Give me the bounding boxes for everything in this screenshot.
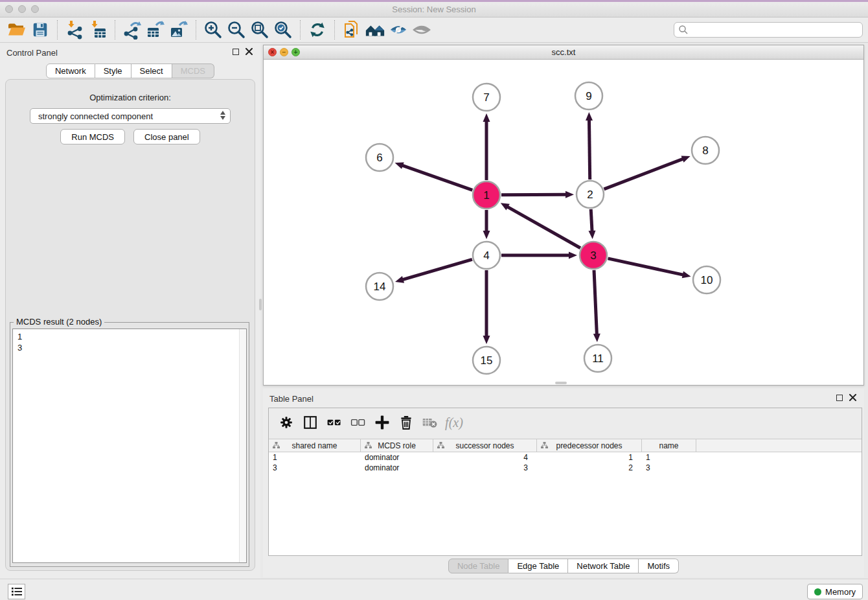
graph-node-2[interactable]: 2: [577, 181, 604, 208]
split-view-icon[interactable]: [301, 413, 320, 432]
export-network-icon[interactable]: [120, 19, 144, 41]
graph-edge-2-8[interactable]: [604, 156, 690, 189]
graph-edge-4-15[interactable]: [483, 270, 490, 344]
close-panel-button[interactable]: Close panel: [133, 129, 200, 144]
float-panel-icon[interactable]: [233, 49, 239, 55]
tree-icon: [541, 442, 548, 449]
tab-motifs[interactable]: Motifs: [639, 559, 679, 573]
zoom-selected-icon[interactable]: [271, 19, 295, 41]
refresh-icon[interactable]: [306, 19, 329, 41]
graph-edge-1-2[interactable]: [501, 191, 574, 198]
clear-all-checkboxes-icon[interactable]: [348, 413, 368, 432]
import-table-icon[interactable]: [86, 19, 109, 41]
table-row[interactable]: 3dominator323: [269, 463, 862, 473]
eye-slash-icon[interactable]: [387, 19, 410, 41]
graph-node-label: 4: [483, 249, 489, 262]
column-header-successor-nodes[interactable]: successor nodes: [433, 439, 537, 452]
graph-node-3[interactable]: 3: [580, 242, 607, 269]
graph-node-label: 6: [376, 152, 382, 164]
criterion-select[interactable]: strongly connected component: [30, 108, 231, 124]
graph-node-15[interactable]: 15: [473, 347, 500, 374]
table-header-row: shared nameMCDS rolesuccessor nodesprede…: [269, 439, 862, 452]
graph-node-label: 2: [587, 189, 593, 201]
memory-button[interactable]: Memory: [807, 584, 863, 599]
graph-node-label: 8: [702, 144, 708, 157]
table-tabs: Node TableEdge TableNetwork TableMotifs: [448, 559, 679, 573]
graph-node-7[interactable]: 7: [473, 84, 500, 111]
graph-edge-3-1[interactable]: [501, 203, 580, 248]
table-cell[interactable]: 2: [537, 463, 642, 473]
column-header-name[interactable]: name: [642, 439, 696, 452]
search-input[interactable]: [674, 22, 863, 38]
run-mcds-button[interactable]: Run MCDS: [60, 129, 125, 144]
graph-node-9[interactable]: 9: [575, 82, 602, 110]
export-table-icon[interactable]: [144, 19, 167, 41]
mcds-result-text: 1 3: [17, 331, 22, 353]
tab-style[interactable]: Style: [95, 63, 131, 78]
network-canvas[interactable]: 7968124314101511: [264, 60, 863, 385]
table-row[interactable]: 1dominator411: [269, 452, 862, 463]
import-network-icon[interactable]: [63, 19, 86, 41]
graph-node-11[interactable]: 11: [584, 345, 611, 372]
column-header-predecessor-nodes[interactable]: predecessor nodes: [537, 439, 642, 452]
function-builder-icon: f(x): [444, 413, 464, 432]
export-image-icon[interactable]: [167, 19, 190, 41]
graph-edge-4-14[interactable]: [395, 259, 472, 283]
graph-edge-2-9[interactable]: [586, 112, 593, 179]
tab-network[interactable]: Network: [46, 63, 95, 78]
tab-select[interactable]: Select: [131, 63, 172, 78]
table-cell[interactable]: dominator: [361, 452, 433, 463]
network-window-titlebar[interactable]: × − + scc.txt: [264, 45, 863, 60]
mcds-result-box[interactable]: 1 3: [12, 329, 247, 563]
select-all-checkboxes-icon[interactable]: [325, 413, 344, 432]
tab-edge-table[interactable]: Edge Table: [508, 559, 568, 573]
save-icon[interactable]: [29, 19, 52, 41]
tab-network-table[interactable]: Network Table: [568, 559, 639, 573]
graph-edge-1-7[interactable]: [483, 113, 490, 180]
result-scrollbar[interactable]: [239, 329, 246, 562]
table-cell[interactable]: 4: [433, 452, 537, 463]
graph-edge-1-6[interactable]: [395, 162, 473, 190]
mcds-result-group: MCDS result (2 nodes) 1 3: [10, 322, 249, 567]
graph-edge-3-11[interactable]: [593, 270, 600, 342]
control-panel-title: Control Panel: [6, 48, 58, 58]
close-panel-icon[interactable]: [246, 48, 253, 55]
add-column-icon[interactable]: [372, 413, 392, 432]
tab-mcds[interactable]: MCDS: [172, 63, 214, 78]
tab-node-table[interactable]: Node Table: [448, 559, 509, 573]
settings-gear-icon[interactable]: [277, 413, 296, 432]
column-header-shared-name[interactable]: shared name: [269, 439, 361, 452]
graph-edge-1-4[interactable]: [483, 210, 490, 239]
table-cell[interactable]: dominator: [361, 463, 433, 473]
graph-node-10[interactable]: 10: [693, 266, 720, 294]
graph-node-14[interactable]: 14: [366, 273, 393, 300]
table-cell[interactable]: 3: [433, 463, 537, 473]
zoom-in-icon[interactable]: [201, 19, 225, 41]
delete-columns-icon[interactable]: [396, 413, 416, 432]
graph-edge-3-10[interactable]: [608, 259, 691, 278]
graph-node-4[interactable]: 4: [473, 242, 500, 269]
graph-edge-2-3[interactable]: [588, 209, 595, 239]
splitter-handle[interactable]: [555, 382, 567, 384]
float-table-panel-icon[interactable]: [836, 395, 843, 401]
vertical-splitter-handle[interactable]: [259, 299, 262, 310]
network-document-icon[interactable]: [340, 19, 363, 41]
houses-icon[interactable]: [363, 19, 387, 41]
column-header-mcds-role[interactable]: MCDS role: [361, 439, 433, 452]
open-folder-icon[interactable]: [5, 19, 29, 41]
table-cell[interactable]: 3: [269, 463, 361, 473]
column-header-label: name: [659, 441, 678, 450]
zoom-fit-icon[interactable]: [248, 19, 271, 41]
table-cell[interactable]: 1: [269, 452, 361, 463]
table-toolbar: f(x): [269, 408, 862, 437]
table-cell[interactable]: 1: [537, 452, 642, 463]
zoom-out-icon[interactable]: [225, 19, 248, 41]
graph-edge-4-3[interactable]: [501, 252, 577, 259]
task-history-button[interactable]: [8, 584, 25, 599]
graph-node-1[interactable]: 1: [473, 181, 500, 209]
graph-node-8[interactable]: 8: [692, 137, 719, 164]
close-table-panel-icon[interactable]: [849, 394, 856, 401]
graph-node-6[interactable]: 6: [366, 144, 393, 171]
table-cell[interactable]: 3: [642, 463, 696, 473]
table-cell[interactable]: 1: [642, 452, 696, 463]
